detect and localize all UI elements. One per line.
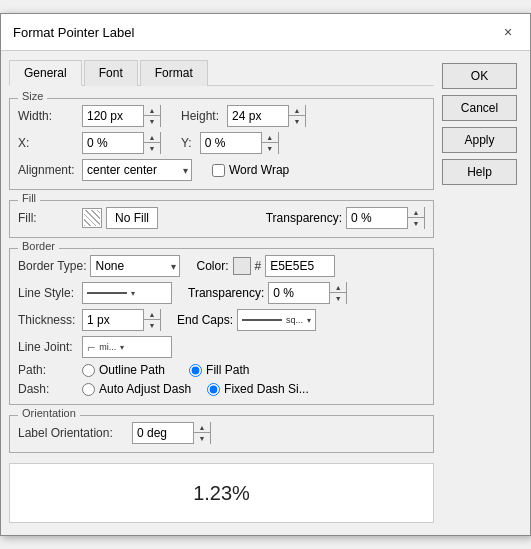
thickness-spin-up[interactable]: ▲ <box>144 309 160 320</box>
y-spin-up[interactable]: ▲ <box>262 132 278 143</box>
width-spin-down[interactable]: ▼ <box>144 116 160 127</box>
thickness-label: Thickness: <box>18 313 78 327</box>
no-fill-button[interactable]: No Fill <box>106 207 158 229</box>
border-type-select-wrap[interactable]: None <box>90 255 180 277</box>
fill-transparency-down[interactable]: ▼ <box>408 218 424 229</box>
tab-general[interactable]: General <box>9 60 82 86</box>
word-wrap-checkbox[interactable] <box>212 164 225 177</box>
left-panel: General Font Format Size Width: ▲ ▼ <box>9 59 434 527</box>
border-transparency-input[interactable] <box>269 283 329 303</box>
transparency-section: Transparency: ▲ ▼ <box>266 207 425 229</box>
border-transparency-spin-btns: ▲ ▼ <box>329 282 346 304</box>
orientation-spin-down[interactable]: ▼ <box>194 433 210 444</box>
preview-value: 1.23% <box>193 482 250 505</box>
path-label: Path: <box>18 363 78 377</box>
dialog-body: General Font Format Size Width: ▲ ▼ <box>1 51 530 535</box>
orientation-spin-up[interactable]: ▲ <box>194 422 210 433</box>
y-input[interactable] <box>201 133 261 153</box>
word-wrap-checkbox-wrap: Word Wrap <box>212 163 289 177</box>
solid-line-icon <box>87 292 127 294</box>
fill-path-radio[interactable] <box>189 364 202 377</box>
tab-font[interactable]: Font <box>84 60 138 86</box>
x-spin-up[interactable]: ▲ <box>144 132 160 143</box>
line-style-select-wrap[interactable]: ▾ <box>82 282 172 304</box>
border-row-4: Line Joint: ⌐ mi... ▾ <box>18 336 425 358</box>
outline-path-radio[interactable] <box>82 364 95 377</box>
x-input[interactable] <box>83 133 143 153</box>
fill-transparency-spin[interactable]: ▲ ▼ <box>346 207 425 229</box>
alignment-select[interactable]: center center <box>82 159 192 181</box>
size-group: Size Width: ▲ ▼ Height: <box>9 98 434 190</box>
x-label: X: <box>18 136 78 150</box>
ok-button[interactable]: OK <box>442 63 517 89</box>
y-spin-btns: ▲ ▼ <box>261 132 278 154</box>
auto-adjust-dash-label: Auto Adjust Dash <box>99 382 191 396</box>
color-hex-input[interactable] <box>265 255 335 277</box>
thickness-input-spin[interactable]: ▲ ▼ <box>82 309 161 331</box>
width-input[interactable] <box>83 106 143 126</box>
fixed-dash-label: Fixed Dash Si... <box>224 382 309 396</box>
orientation-input-spin[interactable]: ▲ ▼ <box>132 422 211 444</box>
x-spin-btns: ▲ ▼ <box>143 132 160 154</box>
alignment-select-wrap[interactable]: center center <box>82 159 192 181</box>
hatch-pattern-icon <box>84 210 100 226</box>
y-spin-down[interactable]: ▼ <box>262 143 278 154</box>
width-spin-up[interactable]: ▲ <box>144 105 160 116</box>
apply-button[interactable]: Apply <box>442 127 517 153</box>
x-input-spin[interactable]: ▲ ▼ <box>82 132 161 154</box>
border-transparency-label: Transparency: <box>188 286 264 300</box>
color-swatch[interactable] <box>233 257 251 275</box>
tab-format[interactable]: Format <box>140 60 208 86</box>
orientation-spin-btns: ▲ ▼ <box>193 422 210 444</box>
border-transparency-up[interactable]: ▲ <box>330 282 346 293</box>
height-spin-up[interactable]: ▲ <box>289 105 305 116</box>
thickness-input[interactable] <box>83 310 143 330</box>
y-label: Y: <box>181 136 192 150</box>
width-label: Width: <box>18 109 78 123</box>
outline-path-wrap: Outline Path <box>82 363 165 377</box>
size-row-2: X: ▲ ▼ Y: ▲ ▼ <box>18 132 425 154</box>
border-row-5: Path: Outline Path Fill Path <box>18 363 425 377</box>
thickness-spin-btns: ▲ ▼ <box>143 309 160 331</box>
fixed-dash-radio[interactable] <box>207 383 220 396</box>
label-orientation-label: Label Orientation: <box>18 426 128 440</box>
end-caps-select[interactable]: sq... ▾ <box>237 309 316 331</box>
border-group-label: Border <box>18 240 59 252</box>
dialog-title: Format Pointer Label <box>13 25 134 40</box>
thickness-spin-down[interactable]: ▼ <box>144 320 160 331</box>
fill-transparency-up[interactable]: ▲ <box>408 207 424 218</box>
close-button[interactable]: × <box>498 22 518 42</box>
line-joint-label: Line Joint: <box>18 340 78 354</box>
line-joint-select-wrap[interactable]: ⌐ mi... ▾ <box>82 336 172 358</box>
fill-swatch[interactable] <box>82 208 102 228</box>
auto-adjust-dash-wrap: Auto Adjust Dash <box>82 382 191 396</box>
end-caps-section: End Caps: sq... ▾ <box>177 309 316 331</box>
x-spin-down[interactable]: ▼ <box>144 143 160 154</box>
border-type-select[interactable]: None <box>90 255 180 277</box>
border-type-label: Border Type: <box>18 259 86 273</box>
height-input-spin[interactable]: ▲ ▼ <box>227 105 306 127</box>
fill-transparency-spin-btns: ▲ ▼ <box>407 207 424 229</box>
height-input[interactable] <box>228 106 288 126</box>
end-caps-select-wrap[interactable]: sq... ▾ <box>237 309 316 331</box>
size-row-3: Alignment: center center Word Wrap <box>18 159 425 181</box>
line-joint-arrow: ▾ <box>120 343 124 352</box>
y-input-spin[interactable]: ▲ ▼ <box>200 132 279 154</box>
line-joint-select[interactable]: ⌐ mi... ▾ <box>82 336 172 358</box>
fill-path-label: Fill Path <box>206 363 249 377</box>
border-transparency-spin[interactable]: ▲ ▼ <box>268 282 347 304</box>
auto-adjust-dash-radio[interactable] <box>82 383 95 396</box>
orientation-row: Label Orientation: ▲ ▼ <box>18 422 425 444</box>
end-caps-arrow: ▾ <box>307 316 311 325</box>
line-style-select[interactable]: ▾ <box>82 282 172 304</box>
fill-transparency-input[interactable] <box>347 208 407 228</box>
fill-row: Fill: No Fill Transparency: ▲ ▼ <box>18 207 425 229</box>
height-spin-down[interactable]: ▼ <box>289 116 305 127</box>
orientation-input[interactable] <box>133 423 193 443</box>
help-button[interactable]: Help <box>442 159 517 185</box>
border-transparency-down[interactable]: ▼ <box>330 293 346 304</box>
border-row-3: Thickness: ▲ ▼ End Caps: sq <box>18 309 425 331</box>
width-input-spin[interactable]: ▲ ▼ <box>82 105 161 127</box>
title-bar: Format Pointer Label × <box>1 14 530 51</box>
cancel-button[interactable]: Cancel <box>442 95 517 121</box>
